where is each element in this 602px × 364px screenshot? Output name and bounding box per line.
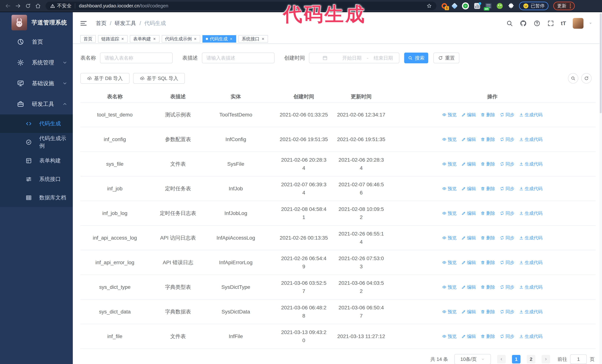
sync-link[interactable]: 同步 bbox=[500, 186, 514, 192]
edit-link[interactable]: 编辑 bbox=[462, 210, 476, 216]
edit-link[interactable]: 编辑 bbox=[462, 235, 476, 241]
avatar[interactable] bbox=[573, 18, 583, 29]
import-db-button[interactable]: 基于 DB 导入 bbox=[80, 73, 129, 84]
sync-link[interactable]: 同步 bbox=[500, 210, 514, 216]
page-scrollbar[interactable] bbox=[599, 12, 602, 364]
delete-link[interactable]: 删除 bbox=[481, 112, 495, 118]
generate-code-link[interactable]: 生成代码 bbox=[519, 112, 543, 118]
sidebar-subitem-dbdoc[interactable]: 数据库文档 bbox=[0, 188, 73, 207]
delete-link[interactable]: 删除 bbox=[481, 136, 495, 142]
sidebar-item-dashboard[interactable]: 首页 bbox=[0, 31, 73, 52]
sync-link[interactable]: 同步 bbox=[500, 235, 514, 241]
fullscreen-icon[interactable] bbox=[547, 20, 554, 27]
sidebar-item-infra[interactable]: 基础设施 bbox=[0, 73, 73, 94]
search-button[interactable]: 搜索 bbox=[404, 52, 428, 63]
tab-表单构建[interactable]: 表单构建 bbox=[130, 35, 160, 42]
next-page-button[interactable] bbox=[542, 355, 550, 364]
logo-row[interactable]: 芋道管理系统 bbox=[0, 12, 73, 31]
breadcrumb-item[interactable]: 首页 bbox=[96, 20, 107, 27]
scrollbar-thumb[interactable] bbox=[600, 13, 602, 113]
sync-link[interactable]: 同步 bbox=[500, 284, 514, 290]
sidebar-subitem-form[interactable]: 表单构建 bbox=[0, 151, 73, 170]
preview-link[interactable]: 预览 bbox=[442, 309, 457, 315]
preview-link[interactable]: 预览 bbox=[442, 112, 457, 118]
help-icon[interactable] bbox=[533, 20, 540, 27]
preview-link[interactable]: 预览 bbox=[442, 161, 457, 167]
delete-link[interactable]: 删除 bbox=[481, 333, 495, 339]
table-desc-input[interactable] bbox=[202, 52, 275, 63]
browser-back-icon[interactable] bbox=[3, 2, 13, 10]
reset-button[interactable]: 重置 bbox=[433, 52, 459, 63]
preview-link[interactable]: 预览 bbox=[442, 260, 457, 266]
sidebar-subitem-api[interactable]: 系统接口 bbox=[0, 170, 73, 188]
import-sql-button[interactable]: 基于 SQL 导入 bbox=[133, 73, 185, 84]
generate-code-link[interactable]: 生成代码 bbox=[519, 161, 543, 167]
date-range-picker[interactable]: 开始日期 - 结束日期 bbox=[309, 52, 399, 63]
preview-link[interactable]: 预览 bbox=[442, 186, 457, 192]
generate-code-link[interactable]: 生成代码 bbox=[519, 284, 543, 290]
close-icon[interactable] bbox=[194, 37, 197, 41]
extension-columns-icon[interactable] bbox=[474, 3, 480, 9]
close-icon[interactable] bbox=[121, 37, 124, 41]
preview-link[interactable]: 预览 bbox=[442, 210, 457, 216]
close-icon[interactable] bbox=[229, 37, 233, 41]
extension-ghost-icon[interactable] bbox=[497, 3, 503, 9]
extension-terminal-icon[interactable]: on bbox=[485, 3, 492, 9]
tab-链路追踪[interactable]: 链路追踪 bbox=[98, 35, 128, 42]
address-bar[interactable]: 不安全 dashboard.yudao.iocoder.cn/tool/code… bbox=[46, 2, 436, 10]
generate-code-link[interactable]: 生成代码 bbox=[519, 260, 543, 266]
edit-link[interactable]: 编辑 bbox=[462, 161, 476, 167]
edit-link[interactable]: 编辑 bbox=[462, 186, 476, 192]
sync-link[interactable]: 同步 bbox=[500, 161, 514, 167]
tab-首页[interactable]: 首页 bbox=[80, 35, 96, 42]
edit-link[interactable]: 编辑 bbox=[462, 284, 476, 290]
search-icon[interactable] bbox=[506, 20, 513, 27]
delete-link[interactable]: 删除 bbox=[481, 186, 495, 192]
page-button-1[interactable]: 1 bbox=[512, 355, 520, 364]
extension-v-icon[interactable] bbox=[462, 2, 469, 10]
extension-gem-icon[interactable] bbox=[452, 4, 457, 8]
preview-link[interactable]: 预览 bbox=[442, 136, 457, 142]
sidebar-subitem-example[interactable]: 代码生成示例 bbox=[0, 133, 73, 151]
goto-page-input[interactable] bbox=[570, 354, 587, 364]
edit-link[interactable]: 编辑 bbox=[462, 333, 476, 339]
edit-link[interactable]: 编辑 bbox=[462, 136, 476, 142]
page-size-select[interactable]: 10条/页 bbox=[454, 354, 491, 364]
generate-code-link[interactable]: 生成代码 bbox=[519, 210, 543, 216]
generate-code-link[interactable]: 生成代码 bbox=[519, 333, 543, 339]
font-size-icon[interactable]: tT bbox=[561, 20, 566, 26]
delete-link[interactable]: 删除 bbox=[481, 210, 495, 216]
preview-link[interactable]: 预览 bbox=[442, 284, 457, 290]
browser-reload-icon[interactable] bbox=[23, 2, 33, 10]
sidebar-item-tools[interactable]: 研发工具 bbox=[0, 94, 73, 114]
edit-link[interactable]: 编辑 bbox=[462, 260, 476, 266]
browser-menu-dots-icon[interactable] bbox=[570, 3, 571, 8]
extensions-puzzle-icon[interactable] bbox=[508, 3, 514, 9]
breadcrumb-item[interactable]: 研发工具 bbox=[115, 20, 136, 27]
tab-代码生成[interactable]: 代码生成 bbox=[203, 35, 236, 42]
close-icon[interactable] bbox=[153, 37, 156, 41]
delete-link[interactable]: 删除 bbox=[481, 309, 495, 315]
table-name-input[interactable] bbox=[100, 52, 173, 63]
chevron-down-icon[interactable] bbox=[588, 21, 593, 26]
edit-link[interactable]: 编辑 bbox=[462, 112, 476, 118]
tab-系统接口[interactable]: 系统接口 bbox=[238, 35, 268, 42]
sidebar-item-gear[interactable]: 系统管理 bbox=[0, 52, 73, 73]
prev-page-button[interactable] bbox=[497, 355, 506, 364]
delete-link[interactable]: 删除 bbox=[481, 161, 495, 167]
generate-code-link[interactable]: 生成代码 bbox=[519, 136, 543, 142]
delete-link[interactable]: 删除 bbox=[481, 235, 495, 241]
extension-orange-ring-icon[interactable]: 1 bbox=[441, 3, 447, 9]
refresh-table-button[interactable] bbox=[581, 73, 592, 83]
bookmark-star-icon[interactable] bbox=[426, 3, 432, 9]
browser-home-icon[interactable] bbox=[33, 2, 43, 10]
sync-link[interactable]: 同步 bbox=[500, 112, 514, 118]
delete-link[interactable]: 删除 bbox=[481, 284, 495, 290]
page-button-2[interactable]: 2 bbox=[527, 355, 535, 364]
preview-link[interactable]: 预览 bbox=[442, 333, 457, 339]
preview-link[interactable]: 预览 bbox=[442, 235, 457, 241]
close-icon[interactable] bbox=[261, 37, 265, 41]
browser-forward-icon[interactable] bbox=[13, 2, 23, 10]
generate-code-link[interactable]: 生成代码 bbox=[519, 186, 543, 192]
generate-code-link[interactable]: 生成代码 bbox=[519, 235, 543, 241]
